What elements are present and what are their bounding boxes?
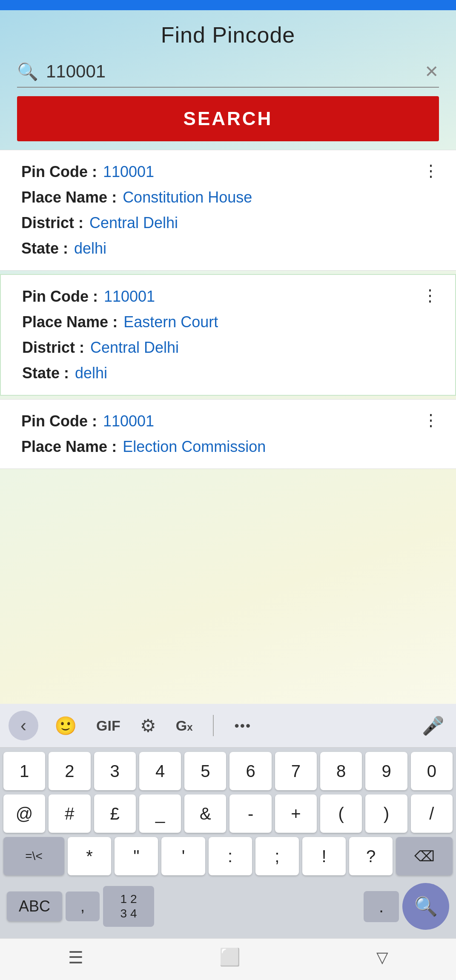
key-close-paren[interactable]: ) <box>365 794 407 833</box>
place-name-label-2: Place Name : <box>22 313 118 331</box>
more-icon: ••• <box>234 718 251 734</box>
nav-bar: ☰ ⬜ ▽ <box>0 938 456 980</box>
key-at[interactable]: @ <box>3 794 45 833</box>
mic-button[interactable]: 🎤 <box>419 712 447 740</box>
app-header: Find Pincode <box>0 10 456 56</box>
translate-button[interactable]: Gx <box>172 714 196 737</box>
pin-code-value-1: 110001 <box>103 163 154 181</box>
key-single-quote[interactable]: ' <box>161 837 205 875</box>
place-name-value-3: Election Commission <box>123 438 266 456</box>
state-value-2: delhi <box>75 364 107 382</box>
keyboard-toolbar: ‹ 🙂 GIF ⚙ Gx ••• 🎤 <box>0 704 456 748</box>
key-semicolon[interactable]: ; <box>255 837 299 875</box>
key-0[interactable]: 0 <box>411 752 453 790</box>
district-value-2: Central Delhi <box>90 339 179 357</box>
key-delete[interactable]: ⌫ <box>396 837 453 875</box>
key-underscore[interactable]: _ <box>139 794 181 833</box>
nav-menu-icon[interactable]: ☰ <box>68 948 83 967</box>
district-label-1: District : <box>21 214 83 232</box>
result-place-row-3: Place Name : Election Commission <box>21 438 439 456</box>
district-value-1: Central Delhi <box>89 214 178 232</box>
state-value-1: delhi <box>74 240 106 257</box>
result-place-row-2: Place Name : Eastern Court <box>22 313 438 331</box>
more-options-icon-1[interactable]: ⋮ <box>423 163 439 179</box>
key-8[interactable]: 8 <box>320 752 362 790</box>
keyboard-container: ‹ 🙂 GIF ⚙ Gx ••• 🎤 1 <box>0 704 456 980</box>
bottom-row: ABC , 1 2 3 4 . 🔍 <box>3 880 453 938</box>
result-pin-row-2: Pin Code : 110001 <box>22 288 438 306</box>
key-asterisk[interactable]: * <box>68 837 111 875</box>
back-chevron-icon: ‹ <box>20 715 26 736</box>
key-ampersand[interactable]: & <box>184 794 226 833</box>
result-card-2: ⋮ Pin Code : 110001 Place Name : Eastern… <box>0 274 456 396</box>
pin-code-label-1: Pin Code : <box>21 163 97 181</box>
mic-icon: 🎤 <box>422 715 444 736</box>
key-7[interactable]: 7 <box>275 752 317 790</box>
district-label-2: District : <box>22 339 84 357</box>
key-comma[interactable]: , <box>66 891 100 921</box>
keyboard-back-button[interactable]: ‹ <box>9 711 38 740</box>
key-double-quote[interactable]: " <box>115 837 158 875</box>
pin-code-label-3: Pin Code : <box>21 412 97 430</box>
result-state-row-1: State : delhi <box>21 240 439 257</box>
result-district-row-2: District : Central Delhi <box>22 339 438 357</box>
result-pin-row-3: Pin Code : 110001 <box>21 412 439 430</box>
number-row: 1 2 3 4 5 6 7 8 9 0 <box>3 752 453 790</box>
result-place-row-1: Place Name : Constitution House <box>21 189 439 206</box>
page-title: Find Pincode <box>17 22 439 48</box>
key-1[interactable]: 1 <box>3 752 45 790</box>
more-options-icon-3[interactable]: ⋮ <box>423 412 439 429</box>
symbol-row-2: =\< * " ' : ; ! ? ⌫ <box>3 837 453 875</box>
key-2[interactable]: 2 <box>49 752 90 790</box>
state-label-2: State : <box>22 364 69 382</box>
state-label-1: State : <box>21 240 68 257</box>
key-open-paren[interactable]: ( <box>320 794 362 833</box>
toolbar-divider <box>213 715 214 736</box>
pin-code-value-3: 110001 <box>103 412 154 430</box>
place-name-label-3: Place Name : <box>21 438 117 456</box>
search-input[interactable] <box>46 61 417 82</box>
key-question[interactable]: ? <box>349 837 393 875</box>
key-pound[interactable]: £ <box>94 794 136 833</box>
emoji-icon: 🙂 <box>54 715 77 736</box>
emoji-button[interactable]: 🙂 <box>51 712 80 740</box>
gif-label: GIF <box>96 717 120 734</box>
nav-home-icon[interactable]: ⬜ <box>219 947 241 967</box>
place-name-value-1: Constitution House <box>123 189 252 206</box>
key-abc[interactable]: ABC <box>7 891 62 921</box>
key-5[interactable]: 5 <box>184 752 226 790</box>
pin-code-label-2: Pin Code : <box>22 288 98 306</box>
result-district-row-1: District : Central Delhi <box>21 214 439 232</box>
pin-code-value-2: 110001 <box>104 288 155 306</box>
settings-icon: ⚙ <box>140 715 156 736</box>
key-3[interactable]: 3 <box>94 752 136 790</box>
search-button[interactable]: SEARCH <box>17 96 439 141</box>
keyboard-keys: 1 2 3 4 5 6 7 8 9 0 @ # £ _ & - + ( <box>0 748 456 938</box>
key-slash[interactable]: / <box>411 794 453 833</box>
translate-icon: Gx <box>176 717 193 734</box>
key-plus[interactable]: + <box>275 794 317 833</box>
symbol-row-1: @ # £ _ & - + ( ) / <box>3 794 453 833</box>
key-minus[interactable]: - <box>229 794 271 833</box>
results-container: ⋮ Pin Code : 110001 Place Name : Constit… <box>0 150 456 704</box>
key-4[interactable]: 4 <box>139 752 181 790</box>
key-colon[interactable]: : <box>209 837 252 875</box>
key-1234[interactable]: 1 2 3 4 <box>103 886 154 926</box>
key-hash[interactable]: # <box>49 794 90 833</box>
search-bar: 🔍 ✕ <box>17 56 439 88</box>
key-search-action[interactable]: 🔍 <box>402 883 449 930</box>
gif-button[interactable]: GIF <box>93 714 124 737</box>
key-exclamation[interactable]: ! <box>302 837 346 875</box>
more-options-icon-2[interactable]: ⋮ <box>422 288 438 304</box>
key-dot[interactable]: . <box>364 891 399 922</box>
key-6[interactable]: 6 <box>229 752 271 790</box>
more-button[interactable]: ••• <box>231 714 255 737</box>
search-icon: 🔍 <box>17 62 38 82</box>
result-pin-row-1: Pin Code : 110001 <box>21 163 439 181</box>
key-space[interactable] <box>158 887 360 926</box>
clear-icon[interactable]: ✕ <box>424 62 439 81</box>
settings-button[interactable]: ⚙ <box>137 712 160 740</box>
nav-back-icon[interactable]: ▽ <box>376 949 388 966</box>
key-special-chars[interactable]: =\< <box>3 837 64 875</box>
key-9[interactable]: 9 <box>365 752 407 790</box>
